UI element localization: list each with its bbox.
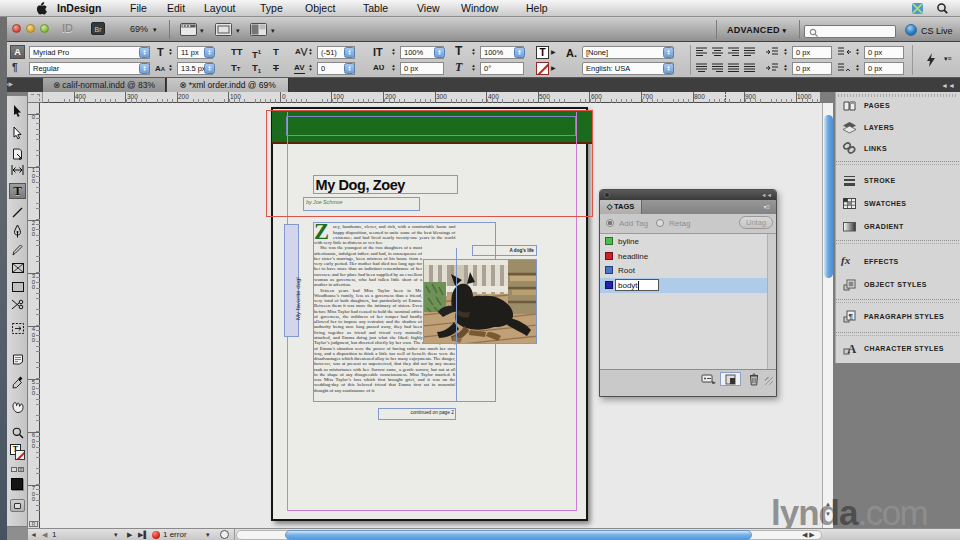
svg-text:A: A bbox=[848, 342, 857, 356]
svg-text:¶: ¶ bbox=[849, 312, 854, 321]
